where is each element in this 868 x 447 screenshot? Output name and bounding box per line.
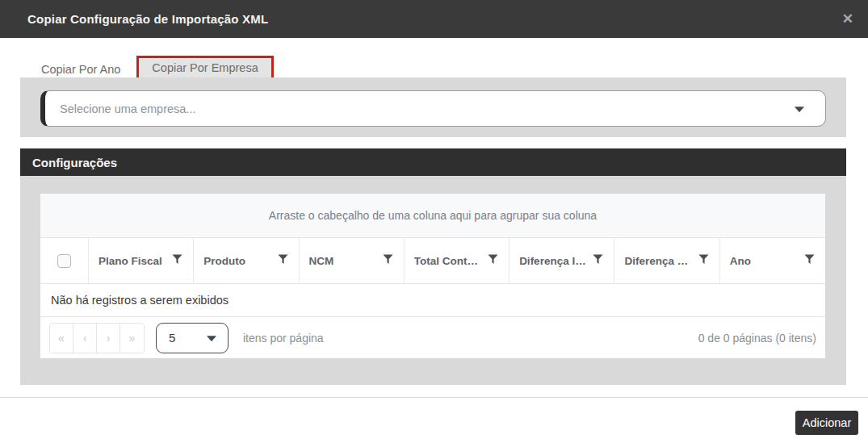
header-cell-diferen-a-i[interactable]: Diferença I… (509, 238, 614, 283)
config-section-title: Configurações (32, 156, 117, 169)
column-label: NCM (309, 255, 334, 267)
table-header-row: Plano FiscalProdutoNCMTotal Cont…Diferen… (40, 238, 825, 284)
modal-title: Copiar Configuração de Importação XML (27, 12, 268, 26)
modal-titlebar: Copiar Configuração de Importação XML ✕ (0, 0, 868, 38)
header-cell-ano[interactable]: Ano (720, 238, 825, 283)
company-select-panel: Selecione uma empresa... (20, 77, 846, 137)
pager-summary: 0 de 0 páginas (0 itens) (698, 332, 816, 345)
empty-message: Não há registros a serem exibidos (51, 294, 229, 307)
column-label: Plano Fiscal (99, 255, 162, 267)
filter-icon[interactable] (488, 254, 498, 265)
company-select-placeholder: Selecione uma empresa... (60, 102, 195, 115)
column-label: Ano (730, 255, 751, 267)
adicionar-button[interactable]: Adicionar (795, 411, 858, 435)
filter-icon[interactable] (698, 254, 709, 265)
first-page-button[interactable]: « (50, 324, 73, 353)
chevron-down-icon (795, 107, 804, 112)
header-cell-plano-fiscal[interactable]: Plano Fiscal (89, 238, 194, 283)
table-empty-row: Não há registros a serem exibidos (40, 284, 825, 317)
page-size-value: 5 (169, 331, 175, 345)
header-cell-select-all (40, 238, 89, 283)
filter-icon[interactable] (383, 254, 393, 265)
next-page-button[interactable]: › (97, 324, 120, 353)
page-size-label: itens por página (243, 332, 324, 345)
select-all-checkbox[interactable] (57, 254, 71, 268)
last-page-button[interactable]: » (120, 324, 144, 353)
filter-icon[interactable] (804, 254, 815, 265)
filter-icon[interactable] (172, 254, 182, 265)
config-grid-panel: Arraste o cabeçalho de uma coluna aqui p… (20, 176, 846, 385)
config-section-header: Configurações (20, 148, 846, 176)
filter-icon[interactable] (278, 254, 288, 265)
close-icon[interactable]: ✕ (839, 0, 857, 38)
pager-buttons: «‹›» (49, 323, 145, 353)
pagination-bar: «‹›» 5 itens por página 0 de 0 páginas (… (40, 317, 825, 358)
header-cell-diferen-a[interactable]: Diferença … (614, 238, 719, 283)
column-label: Total Cont… (414, 255, 478, 267)
column-label: Produto (203, 255, 245, 267)
footer-divider (0, 397, 868, 398)
company-select[interactable]: Selecione uma empresa... (40, 90, 826, 127)
header-cell-total-cont[interactable]: Total Cont… (405, 238, 509, 283)
column-label: Diferença I… (519, 255, 586, 267)
chevron-down-icon (207, 336, 216, 341)
config-grid: Arraste o cabeçalho de uma coluna aqui p… (40, 194, 825, 358)
group-drop-zone[interactable]: Arraste o cabeçalho de uma coluna aqui p… (40, 194, 825, 238)
column-label: Diferença … (624, 255, 688, 267)
prev-page-button[interactable]: ‹ (73, 324, 97, 353)
filter-icon[interactable] (593, 254, 603, 265)
header-cell-produto[interactable]: Produto (194, 238, 299, 283)
header-cell-ncm[interactable]: NCM (300, 238, 405, 283)
page-size-select[interactable]: 5 (156, 323, 229, 353)
